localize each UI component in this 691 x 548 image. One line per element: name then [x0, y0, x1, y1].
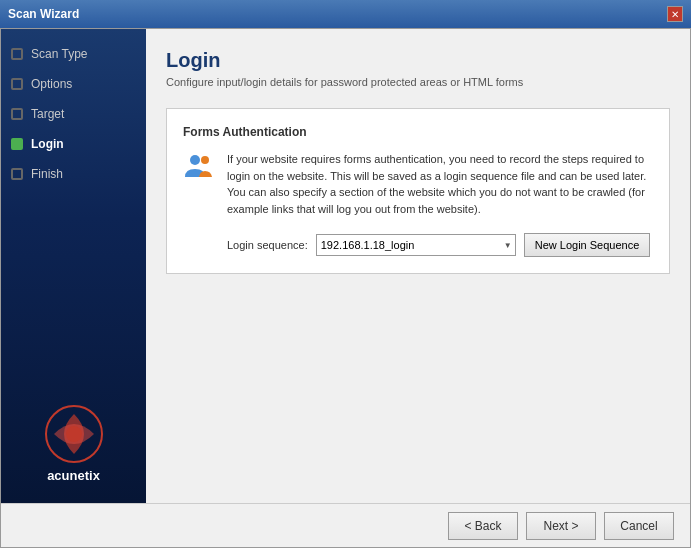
sidebar: Scan Type Options Target Login Finish [1, 29, 146, 503]
forms-auth-box: Forms Authentication If your website req… [166, 108, 670, 274]
bottom-bar: < Back Next > Cancel [1, 503, 690, 547]
sidebar-item-scan-type[interactable]: Scan Type [1, 39, 146, 69]
sidebar-label-options: Options [31, 77, 72, 91]
sidebar-item-login[interactable]: Login [1, 129, 146, 159]
sidebar-bullet-options [11, 78, 23, 90]
back-button[interactable]: < Back [448, 512, 518, 540]
forms-auth-content: If your website requires forms authentic… [183, 151, 653, 257]
sidebar-label-login: Login [31, 137, 64, 151]
main-window: Scan Type Options Target Login Finish [0, 28, 691, 548]
login-sequence-dropdown[interactable]: 192.168.1.18_login [316, 234, 516, 256]
login-sequence-select-wrapper: 192.168.1.18_login [316, 234, 516, 256]
title-bar: Scan Wizard ✕ [0, 0, 691, 28]
sidebar-bullet-target [11, 108, 23, 120]
page-subtitle: Configure input/login details for passwo… [166, 76, 670, 88]
next-button[interactable]: Next > [526, 512, 596, 540]
svg-point-2 [190, 155, 200, 165]
main-content-area: Login Configure input/login details for … [146, 29, 690, 503]
sidebar-item-options[interactable]: Options [1, 69, 146, 99]
acunetix-logo-text: acunetix [47, 468, 100, 483]
new-login-sequence-button[interactable]: New Login Sequence [524, 233, 651, 257]
forms-auth-icon [183, 151, 215, 183]
sidebar-bullet-scan-type [11, 48, 23, 60]
forms-auth-body-text: If your website requires forms authentic… [227, 151, 653, 217]
content-area: Scan Type Options Target Login Finish [1, 29, 690, 503]
sidebar-item-target[interactable]: Target [1, 99, 146, 129]
sidebar-bullet-login [11, 138, 23, 150]
close-icon: ✕ [671, 9, 679, 20]
cancel-button[interactable]: Cancel [604, 512, 674, 540]
sidebar-label-finish: Finish [31, 167, 63, 181]
svg-point-3 [201, 156, 209, 164]
sidebar-label-scan-type: Scan Type [31, 47, 87, 61]
login-sequence-label: Login sequence: [227, 239, 308, 251]
sidebar-item-finish[interactable]: Finish [1, 159, 146, 189]
svg-point-1 [66, 426, 82, 442]
sidebar-bullet-finish [11, 168, 23, 180]
forms-auth-text-block: If your website requires forms authentic… [227, 151, 653, 257]
sidebar-label-target: Target [31, 107, 64, 121]
acunetix-logo-icon [44, 404, 104, 464]
login-sequence-row: Login sequence: 192.168.1.18_login New L… [227, 233, 653, 257]
page-title: Login [166, 49, 670, 72]
window-title: Scan Wizard [8, 7, 79, 21]
close-button[interactable]: ✕ [667, 6, 683, 22]
forms-auth-title: Forms Authentication [183, 125, 653, 139]
sidebar-logo: acunetix [1, 404, 146, 483]
